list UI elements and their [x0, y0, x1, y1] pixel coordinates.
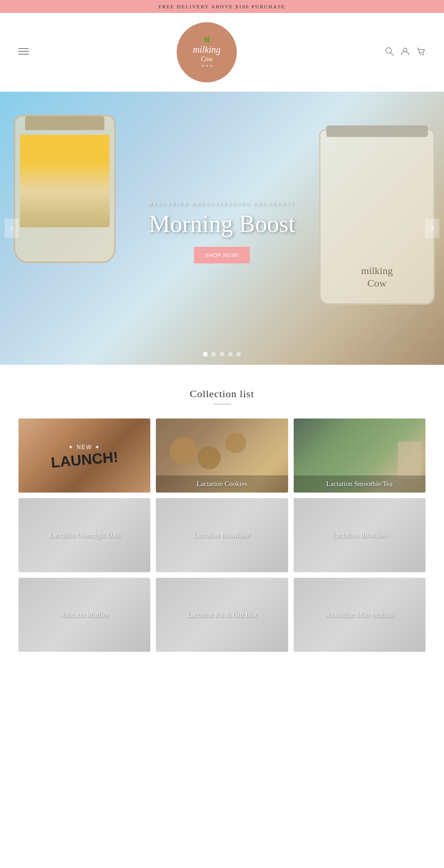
slider-dots [203, 352, 241, 356]
hero-title: Morning Boost [148, 210, 296, 237]
collection-item-smoothie[interactable]: Lactation Smoothie/Tea [294, 418, 426, 493]
logo-text: milking [193, 44, 221, 55]
collection-item-avocado-muffins[interactable]: Avocado Muffins [18, 578, 150, 652]
collection-item-gift-box[interactable]: Lactation Kit & Gift Box [156, 578, 288, 652]
hero-text-block: HEALTHIER BREASTFEEDING BREAKFAST Mornin… [148, 201, 296, 263]
slider-dot-3[interactable] [220, 352, 224, 356]
svg-line-4 [391, 53, 394, 56]
collection-item-label-avocado: Avocado Muffins [18, 578, 150, 652]
jar-right-decoration: milkingCow [319, 129, 435, 305]
collection-divider [213, 404, 231, 405]
collection-item-label-overnight-oats: Lactation Overnight Oats [18, 498, 150, 572]
collection-item-label-cookies: Lactation Cookies [156, 475, 288, 493]
collection-title: Collection list [18, 388, 426, 400]
slider-dot-1[interactable] [203, 352, 208, 356]
cookie-decoration-3 [225, 432, 246, 453]
search-icon[interactable] [385, 47, 394, 58]
slider-dot-4[interactable] [228, 352, 233, 356]
collection-item-browkies[interactable]: Lactation Browkies! [156, 498, 288, 572]
svg-point-7 [423, 54, 424, 55]
hero-background: milkingCow HEALTHIER BREASTFEEDING BREAK… [0, 92, 444, 365]
jar-left-decoration [14, 115, 116, 263]
new-text: ✦ NEW ✦ [68, 444, 100, 450]
cart-icon[interactable] [416, 47, 426, 58]
collection-item-label-browkies: Lactation Browkies! [156, 498, 288, 572]
cookie-decoration-1 [170, 437, 197, 465]
collection-item-milo-muffins[interactable]: Australian Milo Muffins [294, 578, 426, 652]
logo-tagline: ✦ ✦ ✦ [201, 64, 213, 68]
collection-item-brownies[interactable]: Lactation Brownies [294, 498, 426, 572]
hero-shop-button[interactable]: SHOP NOW! [194, 247, 250, 263]
banner-text: FREE DELIVERY ABOVE $100 PURCHASE [159, 4, 286, 9]
collection-item-label-gift-box: Lactation Kit & Gift Box [156, 578, 288, 652]
cookie-decoration-2 [197, 446, 221, 469]
svg-point-3 [386, 48, 391, 53]
hero-slider: milkingCow HEALTHIER BREASTFEEDING BREAK… [0, 92, 444, 365]
collection-item-label-milo: Australian Milo Muffins [294, 578, 426, 652]
slider-next-button[interactable]: › [425, 219, 439, 238]
header-icons [385, 47, 426, 58]
menu-icon[interactable] [18, 47, 29, 58]
header: 🌿 milking Cow ✦ ✦ ✦ [0, 13, 444, 92]
collection-grid: ✦ NEW ✦ LAUNCH! Lactation Cookies Lactat… [18, 418, 426, 652]
collection-section: Collection list ✦ NEW ✦ LAUNCH! Lactatio… [0, 365, 444, 680]
svg-point-6 [420, 54, 421, 55]
collection-item-lactation-cookies[interactable]: Lactation Cookies [156, 418, 288, 493]
collection-item-overnight-oats[interactable]: Lactation Overnight Oats [18, 498, 150, 572]
slider-dot-5[interactable] [236, 352, 241, 356]
collection-item-label-brownies: Lactation Brownies [294, 498, 426, 572]
top-banner: FREE DELIVERY ABOVE $100 PURCHASE [0, 0, 444, 13]
logo-leaf: 🌿 [204, 37, 210, 44]
hero-subtitle: HEALTHIER BREASTFEEDING BREAKFAST [148, 201, 296, 206]
slider-dot-2[interactable] [211, 352, 216, 356]
new-launch-overlay: ✦ NEW ✦ LAUNCH! [18, 418, 150, 493]
collection-item-new-launch[interactable]: ✦ NEW ✦ LAUNCH! [18, 418, 150, 493]
logo[interactable]: 🌿 milking Cow ✦ ✦ ✦ [177, 22, 237, 82]
smoothie-decoration [398, 442, 421, 479]
collection-item-label-smoothie: Lactation Smoothie/Tea [294, 475, 426, 493]
launch-text-big: LAUNCH! [50, 450, 119, 470]
account-icon[interactable] [401, 47, 410, 58]
logo-sub: Cow [201, 56, 213, 63]
slider-prev-button[interactable]: ‹ [5, 219, 19, 238]
